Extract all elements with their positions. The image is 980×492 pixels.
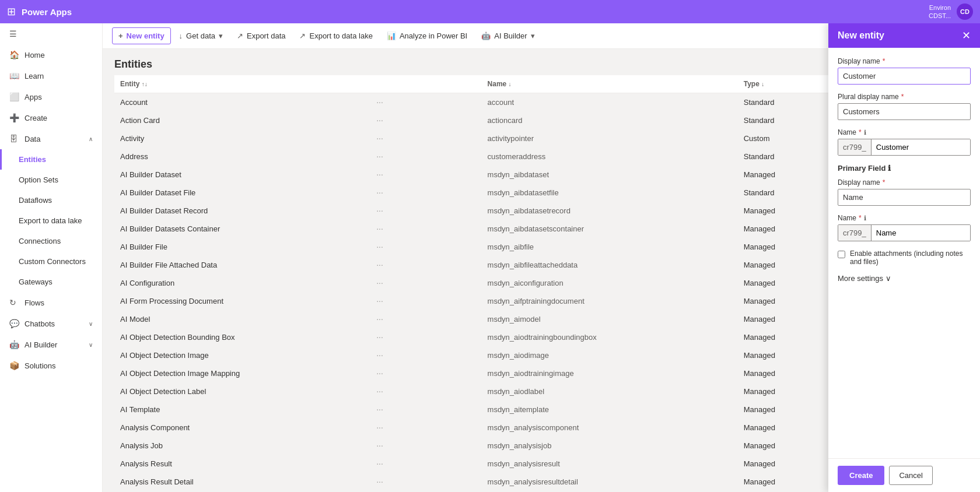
sidebar-label-connections: Connections	[19, 237, 61, 245]
cell-entity: AI Configuration	[114, 274, 370, 292]
cancel-button[interactable]: Cancel	[889, 466, 932, 485]
sidebar-item-ai-builder[interactable]: 🤖 AI Builder ∨	[0, 334, 102, 355]
panel-title: New entity	[838, 30, 884, 41]
cell-entity: Analysis Job	[114, 437, 370, 455]
cell-name: msdyn_aibfileattacheddata	[482, 256, 738, 274]
export-data-label: Export data	[247, 31, 286, 40]
new-entity-panel: New entity ✕ Display name * Plural displ…	[828, 23, 980, 492]
cell-name: msdyn_analysisresultdetail	[482, 473, 738, 491]
cell-dots[interactable]: ···	[370, 346, 481, 364]
cell-dots[interactable]: ···	[370, 166, 481, 184]
enable-attachments-label[interactable]: Enable attachments (including notes and …	[850, 249, 971, 266]
cell-dots[interactable]: ···	[370, 473, 481, 491]
cell-dots[interactable]: ···	[370, 93, 481, 111]
cell-name: msdyn_aibdatasetfile	[482, 184, 738, 202]
cell-dots[interactable]: ···	[370, 184, 481, 202]
cell-dots[interactable]: ···	[370, 256, 481, 274]
sidebar-label-ai-builder: AI Builder	[24, 340, 57, 349]
get-data-button[interactable]: ↓ Get data ▾	[173, 28, 229, 44]
panel-close-button[interactable]: ✕	[962, 30, 971, 41]
new-entity-button[interactable]: + New entity	[112, 27, 171, 44]
sidebar: ☰ 🏠 Home 📖 Learn ⬜ Apps ➕ Create 🗄 Data …	[0, 23, 103, 492]
name-input[interactable]	[872, 139, 971, 155]
primary-field-info-icon[interactable]: ℹ	[888, 164, 891, 173]
ai-builder-button[interactable]: 🤖 AI Builder ▾	[475, 28, 540, 44]
cell-dots[interactable]: ···	[370, 382, 481, 400]
cell-dots[interactable]: ···	[370, 238, 481, 256]
cell-dots[interactable]: ···	[370, 455, 481, 473]
sidebar-item-export-data-lake[interactable]: Export to data lake	[0, 210, 102, 231]
sidebar-item-gateways[interactable]: Gateways	[0, 272, 102, 292]
cell-dots[interactable]: ···	[370, 310, 481, 328]
cell-name: msdyn_aiodtrainingboundingbox	[482, 328, 738, 346]
sidebar-item-apps[interactable]: ⬜ Apps	[0, 86, 102, 107]
pf-name-prefix-input-group: cr799_	[838, 224, 971, 241]
sidebar-label-entities: Entities	[19, 155, 46, 164]
cell-dots[interactable]: ···	[370, 147, 481, 166]
more-settings-button[interactable]: More settings ∨	[838, 274, 891, 283]
cell-dots[interactable]: ···	[370, 437, 481, 455]
cell-dots[interactable]: ···	[370, 274, 481, 292]
sidebar-item-connections[interactable]: Connections	[0, 231, 102, 251]
cell-dots[interactable]: ···	[370, 328, 481, 346]
col-header-dots	[370, 75, 481, 93]
col-header-entity[interactable]: Entity ↑↓	[114, 75, 370, 93]
sidebar-item-dataflows[interactable]: Dataflows	[0, 190, 102, 210]
sidebar-item-create[interactable]: ➕ Create	[0, 107, 102, 128]
cell-dots[interactable]: ···	[370, 220, 481, 238]
cell-dots[interactable]: ···	[370, 292, 481, 310]
cell-dots[interactable]: ···	[370, 419, 481, 437]
col-header-name[interactable]: Name ↓	[482, 75, 738, 93]
cell-name: actioncard	[482, 111, 738, 129]
cell-entity: Activity	[114, 129, 370, 147]
ai-builder-toolbar-icon: 🤖	[481, 31, 491, 40]
cell-entity: AI Template	[114, 400, 370, 419]
sidebar-label-apps: Apps	[24, 93, 42, 101]
sidebar-item-entities[interactable]: Entities	[0, 149, 102, 170]
enable-attachments-checkbox[interactable]	[838, 251, 845, 258]
cell-name: msdyn_aiconfiguration	[482, 274, 738, 292]
export-data-button[interactable]: ↗ Export data	[231, 28, 292, 44]
plural-display-name-input[interactable]	[838, 103, 971, 120]
pf-name-input[interactable]	[872, 225, 971, 241]
name-info-icon[interactable]: ℹ	[864, 129, 866, 136]
grid-icon[interactable]: ⊞	[7, 5, 16, 18]
sidebar-item-learn[interactable]: 📖 Learn	[0, 65, 102, 86]
sidebar-item-home[interactable]: 🏠 Home	[0, 44, 102, 65]
hamburger-menu[interactable]: ☰	[0, 23, 102, 44]
learn-icon: 📖	[9, 71, 19, 80]
cell-dots[interactable]: ···	[370, 364, 481, 382]
pf-display-name-required: *	[883, 178, 886, 187]
analyze-powerbi-button[interactable]: 📊 Analyze in Power BI	[381, 28, 473, 44]
sidebar-item-flows[interactable]: ↻ Flows	[0, 292, 102, 313]
sidebar-label-data: Data	[24, 135, 40, 143]
avatar[interactable]: CD	[957, 3, 973, 20]
sidebar-item-option-sets[interactable]: Option Sets	[0, 170, 102, 190]
apps-icon: ⬜	[9, 92, 19, 101]
name-label: Name * ℹ	[838, 128, 971, 136]
cell-name: msdyn_aifptrainingdocument	[482, 292, 738, 310]
cell-name: msdyn_aibdatasetrecord	[482, 202, 738, 220]
sidebar-item-solutions[interactable]: 📦 Solutions	[0, 355, 102, 376]
cell-dots[interactable]: ···	[370, 400, 481, 419]
content-area: + New entity ↓ Get data ▾ ↗ Export data …	[103, 23, 980, 492]
cell-dots[interactable]: ···	[370, 111, 481, 129]
cell-name: customeraddress	[482, 147, 738, 166]
export-data-lake-button[interactable]: ↗ Export to data lake	[293, 28, 378, 44]
environment-info: EnvironCDST...	[929, 3, 951, 20]
sidebar-item-data[interactable]: 🗄 Data ∧	[0, 128, 102, 149]
pf-name-info-icon[interactable]: ℹ	[864, 215, 866, 222]
cell-entity: AI Object Detection Bounding Box	[114, 328, 370, 346]
cell-name: msdyn_analysisresult	[482, 455, 738, 473]
sidebar-label-dataflows: Dataflows	[19, 196, 52, 205]
sidebar-item-chatbots[interactable]: 💬 Chatbots ∨	[0, 313, 102, 334]
pf-display-name-input[interactable]	[838, 189, 971, 206]
sidebar-item-custom-connectors[interactable]: Custom Connectors	[0, 251, 102, 272]
cell-dots[interactable]: ···	[370, 202, 481, 220]
cell-entity: AI Builder File Attached Data	[114, 256, 370, 274]
enable-attachments-row: Enable attachments (including notes and …	[838, 249, 971, 266]
cell-entity: AI Object Detection Image	[114, 346, 370, 364]
create-button[interactable]: Create	[838, 466, 884, 485]
display-name-input[interactable]	[838, 68, 971, 85]
cell-dots[interactable]: ···	[370, 129, 481, 147]
